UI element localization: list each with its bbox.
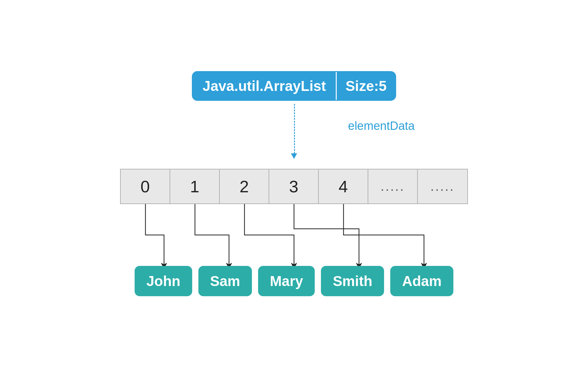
array-cell-2: 2 [220, 169, 269, 203]
element-data-label: elementData [348, 119, 415, 133]
connectors-svg [93, 204, 495, 266]
array-cell-4: 4 [319, 169, 368, 203]
array-row: 0 1 2 3 4 ..... ..... [120, 169, 468, 204]
dashed-line [294, 104, 295, 156]
string-box-mary: Mary [258, 266, 315, 296]
arraylist-box: Java.util.ArrayList Size:5 [192, 71, 396, 101]
array-cell-3: 3 [269, 169, 319, 203]
array-cell-1: 1 [170, 169, 220, 203]
arraylist-class-name: Java.util.ArrayList [193, 72, 336, 100]
string-box-sam: Sam [198, 266, 252, 296]
connectors [93, 204, 495, 266]
array-cell-0: 0 [121, 169, 170, 203]
string-box-adam: Adam [390, 266, 453, 296]
string-box-john: John [135, 266, 192, 296]
string-boxes: John Sam Mary Smith Adam [135, 266, 453, 296]
string-box-smith: Smith [321, 266, 384, 296]
diagram: Java.util.ArrayList Size:5 elementData 0… [93, 71, 495, 296]
array-cell-dots2: ..... [418, 169, 467, 203]
array-cell-dots1: ..... [368, 169, 418, 203]
arrow-container: elementData [93, 101, 495, 169]
arrow-head [291, 153, 297, 159]
arraylist-size: Size:5 [337, 72, 395, 100]
